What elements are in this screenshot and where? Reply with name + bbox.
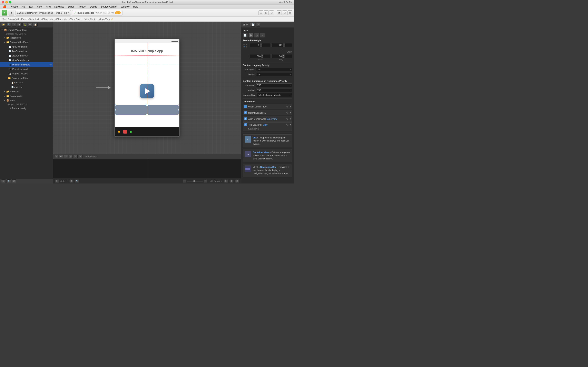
breadcrumb-nav-back[interactable]: ◁ [1, 18, 3, 20]
sidebar-project-root[interactable]: ▼ 📦 SampleVideoPlayer [0, 28, 53, 32]
sidebar-debug-btn[interactable]: 🐛 [22, 23, 27, 26]
y-input[interactable]: 371 ▲ ▼ [272, 43, 293, 47]
compression-v-select[interactable]: 750 ▾ [256, 88, 292, 92]
sidebar-item-iphone-storyboard[interactable]: 📱 iPhone.storyboard M [0, 62, 53, 67]
media-arrow-btn[interactable]: ▶ [129, 129, 134, 134]
zoom-plus[interactable]: + [204, 179, 207, 183]
handle-mr[interactable] [178, 109, 180, 111]
tab-file[interactable]: 📄 [243, 33, 248, 38]
constraint-height-chevron[interactable]: ▾ [290, 111, 291, 114]
minimize-button[interactable] [5, 1, 8, 3]
handle-tr[interactable] [178, 104, 180, 106]
breadcrumb-6[interactable]: View [99, 18, 104, 20]
window-controls[interactable] [2, 1, 11, 3]
debug-split-btn[interactable]: ⊞ [229, 179, 233, 183]
x-up[interactable]: ▲ [260, 43, 262, 45]
handle-ml[interactable] [114, 109, 116, 111]
debug-hide-btn[interactable]: ⊟ [55, 179, 59, 183]
constraint-top-space[interactable]: ⊤ Top Space to: View ⚙ ▾ Equals: 61 [243, 122, 292, 131]
sidebar-item-products[interactable]: ▶ 📂 Products [0, 89, 53, 94]
sidebar-warning-btn[interactable]: ⚠ [12, 23, 16, 26]
constraint-center-x[interactable]: ⊕ Align Center X to: Superview ⚙ ▾ [243, 116, 292, 122]
breadcrumb-project[interactable]: SampleVideoPlayer [8, 18, 27, 20]
constraint-width-gear[interactable]: ⚙ [286, 105, 288, 108]
zoom-minus[interactable]: - [183, 179, 186, 183]
sidebar-item-ipad-storyboard[interactable]: 📱 iPad.storyboard [0, 67, 53, 71]
sidebar-item-info-plist[interactable]: 📋 Info.plist [0, 80, 53, 85]
hugging-h-select[interactable]: 250 ▾ [256, 68, 292, 71]
x-input[interactable]: 0 ▲ ▼ [250, 43, 271, 47]
debug-settings-btn[interactable]: ⚙ [69, 179, 73, 183]
zoom-slider[interactable] [187, 181, 203, 182]
utilities-toggle[interactable]: ⊟ [269, 10, 274, 15]
sidebar-item-supporting-files[interactable]: ▼ 📂 Supporting Files [0, 76, 53, 80]
menu-file[interactable]: File [20, 5, 27, 8]
media-record-btn[interactable] [117, 129, 121, 134]
constraint-width-chevron[interactable]: ▾ [290, 105, 291, 108]
constraint-height-gear[interactable]: ⚙ [286, 111, 288, 114]
origin-selector[interactable] [243, 44, 247, 49]
sidebar-break-btn[interactable]: ⊕ [28, 23, 32, 26]
menu-source-control[interactable]: Source Control [99, 5, 119, 8]
menu-window[interactable]: Window [119, 5, 131, 8]
maximize-button[interactable] [9, 1, 11, 3]
editor-play-btn[interactable]: ▶ [59, 155, 63, 158]
constraint-center-x-gear[interactable]: ⚙ [286, 117, 288, 120]
handle-tm[interactable] [146, 104, 148, 106]
scheme-selector[interactable]: SampleVideoPlayer | iPhone Retina (4-inc… [16, 10, 71, 16]
sidebar-item-viewcontroller-h[interactable]: 📄 ViewController.h [0, 53, 53, 58]
tab-connections[interactable]: ≡ [260, 33, 265, 38]
sidebar-search-btn[interactable]: 🔍 [7, 23, 11, 26]
menu-editor[interactable]: Editor [66, 5, 76, 8]
debug-trash-btn[interactable]: 🗑 [224, 179, 228, 183]
constraint-top-chevron[interactable]: ▾ [290, 123, 291, 126]
x-down[interactable]: ▼ [260, 45, 262, 47]
sidebar-item-frameworks[interactable]: ▶ 📂 Frameworks [0, 94, 53, 98]
sidebar-item-pods-xcconfig[interactable]: ⚙ Pods.xcconfig [0, 106, 53, 110]
apple-menu[interactable]: 🍎 [1, 5, 8, 9]
breadcrumb-2[interactable]: iPhone.sto... [42, 18, 55, 20]
menu-xcode[interactable]: Xcode [9, 5, 19, 8]
menu-view[interactable]: View [35, 5, 44, 8]
sidebar-hierarchy-btn[interactable]: ⊟ [12, 179, 16, 183]
editor-show-btn[interactable]: ⊟ [55, 155, 58, 158]
menu-debug[interactable]: Debug [88, 5, 99, 8]
h-up[interactable]: ▲ [282, 54, 285, 56]
sidebar-add-btn[interactable]: + [1, 179, 6, 183]
debug-filter-btn[interactable]: 🔍 [75, 179, 79, 183]
sidebar-item-viewcontroller-m[interactable]: 📄 ViewController.m [0, 58, 53, 62]
rp-quick-help-btn[interactable]: ? [256, 23, 260, 26]
y-down[interactable]: ▼ [283, 45, 285, 47]
sidebar-item-resources[interactable]: ▶ 📂 Resources [0, 35, 53, 40]
sidebar-folder-btn[interactable]: 📁 [1, 23, 6, 26]
breadcrumb-1[interactable]: SampleVi... [29, 18, 41, 20]
breadcrumb-7[interactable]: View [105, 18, 110, 20]
breadcrumb-nav-forward[interactable]: ▷ [3, 18, 5, 20]
breadcrumb-4[interactable]: View Contr... [70, 18, 83, 20]
sidebar-filter-btn[interactable]: 🔍 [7, 179, 11, 183]
standard-editor-btn[interactable]: ▣ [277, 10, 282, 15]
y-up[interactable]: ▲ [283, 43, 285, 45]
media-cube-btn[interactable] [123, 129, 127, 134]
storyboard-canvas[interactable]: ▬▬▬ IMA SDK Sample App [53, 22, 241, 154]
breadcrumb-5[interactable]: View Contr... [85, 18, 97, 20]
h-input[interactable]: 50 ▲ ▼ [272, 54, 293, 58]
sidebar-item-main-m[interactable]: 📄 main.m [0, 85, 53, 89]
editor-pause-btn[interactable]: ⏸ [64, 155, 68, 158]
constraint-top-gear[interactable]: ⚙ [286, 123, 288, 126]
intrinsic-select[interactable]: Default (System Defined) ▾ [257, 93, 292, 97]
sidebar-item-pods[interactable]: ▼ 📦 Pods [0, 98, 53, 103]
sidebar-item-samplevideoplayer[interactable]: ▼ 📂 SampleVideoPlayer [0, 40, 53, 44]
assistant-editor-btn[interactable]: ⊞ [282, 10, 287, 15]
sidebar-item-images[interactable]: 🖼 Images.xcassets [0, 71, 53, 76]
stop-button[interactable]: ■ [9, 10, 14, 16]
sidebar-report-btn[interactable]: 📋 [33, 23, 38, 26]
sidebar-test-btn[interactable]: ◉ [17, 23, 22, 26]
editor-step-btn[interactable]: ↻ [69, 155, 73, 158]
menu-help[interactable]: Help [131, 5, 140, 8]
menu-find[interactable]: Find [44, 5, 52, 8]
constraint-width[interactable]: ↔ Width Equals: 320 ⚙ ▾ [243, 104, 292, 109]
h-down[interactable]: ▼ [282, 56, 285, 58]
sidebar-item-appdelegate-h[interactable]: 📄 AppDelegate.h [0, 44, 53, 49]
version-editor-btn[interactable]: ⊠ [287, 10, 292, 15]
